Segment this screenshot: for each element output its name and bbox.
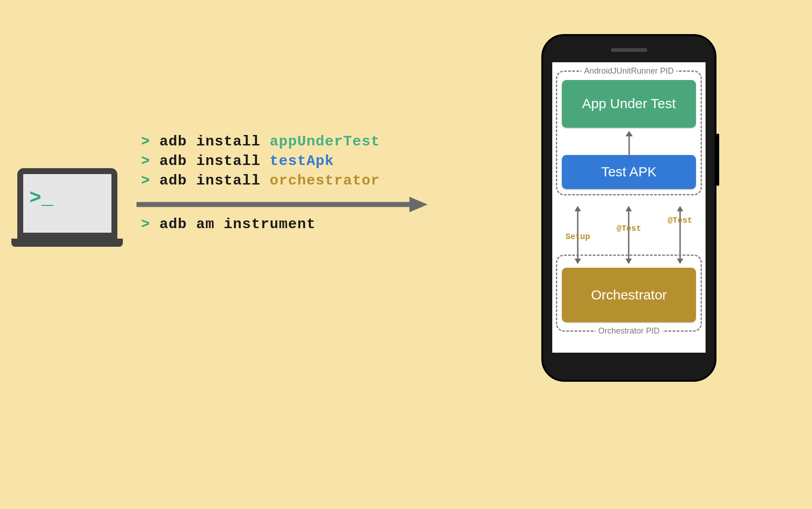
phone-screen: AndroidJUnitRunner PID App Under Test Te… [552, 62, 706, 353]
cmd-text: adb install [159, 133, 260, 150]
pid-box-label: AndroidJUnitRunner PID [581, 66, 676, 76]
app-under-test-block: App Under Test [562, 80, 696, 128]
orchestrator-pid-box: Orchestrator Orchestrator PID [556, 254, 702, 332]
laptop-base [11, 239, 123, 247]
connector-label: @Test [616, 224, 641, 233]
cmd-arg: appUnderTest [270, 133, 380, 150]
svg-marker-8 [625, 206, 632, 211]
terminal-commands-upper: > adb install appUnderTest > adb install… [141, 132, 380, 191]
prompt-symbol: > [141, 216, 150, 233]
cmd-arg: orchestrator [270, 172, 380, 189]
cmd-line-4: > adb am instrument [141, 216, 316, 233]
prompt-symbol: > [141, 133, 150, 150]
connector-label: Setup [565, 232, 590, 241]
diagram-canvas: >_ > adb install appUnderTest > adb inst… [0, 0, 812, 509]
pid-box-label: Orchestrator PID [595, 326, 662, 336]
laptop-screen: >_ [17, 168, 117, 239]
svg-marker-5 [575, 206, 581, 211]
prompt-symbol: > [141, 172, 150, 189]
cmd-text: adb am instrument [159, 216, 315, 233]
prompt-symbol: > [141, 153, 150, 170]
svg-marker-11 [677, 206, 683, 211]
phone-device: AndroidJUnitRunner PID App Under Test Te… [541, 34, 716, 382]
orchestrator-block: Orchestrator [562, 268, 696, 322]
test-apk-block: Test APK [562, 155, 696, 189]
flow-arrow-icon [136, 195, 428, 214]
cmd-text: adb install [159, 153, 260, 170]
terminal-commands-lower: > adb am instrument [141, 216, 316, 233]
svg-marker-1 [409, 197, 428, 212]
cmd-line-2: > adb install testApk [141, 151, 380, 171]
cmd-line-3: > adb install orchestrator [141, 171, 380, 190]
phone-side-button [716, 134, 719, 186]
svg-marker-3 [625, 131, 633, 136]
laptop-icon: >_ [11, 168, 123, 254]
phone-speaker [611, 48, 647, 52]
cmd-line-1: > adb install appUnderTest [141, 132, 380, 151]
terminal-prompt: >_ [30, 187, 54, 210]
arrow-up-icon [622, 131, 636, 158]
cmd-arg: testApk [270, 153, 334, 170]
connector-label: @Test [668, 216, 692, 225]
androidjunitrunner-pid-box: AndroidJUnitRunner PID App Under Test Te… [556, 70, 702, 195]
cmd-text: adb install [159, 172, 260, 189]
